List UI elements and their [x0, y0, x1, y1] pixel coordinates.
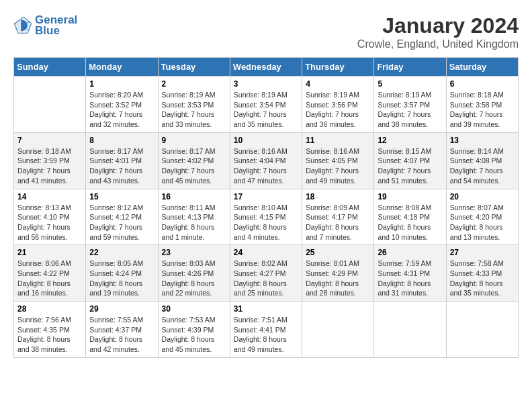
weekday-header-thursday: Thursday [302, 58, 374, 77]
day-number: 12 [378, 136, 442, 145]
calendar-cell: 1Sunrise: 8:20 AMSunset: 3:52 PMDaylight… [86, 77, 158, 133]
day-info: Sunrise: 8:13 AMSunset: 4:10 PMDaylight:… [17, 203, 82, 242]
calendar-cell [14, 77, 86, 133]
day-number: 26 [378, 248, 442, 257]
calendar-cell: 14Sunrise: 8:13 AMSunset: 4:10 PMDayligh… [14, 189, 86, 245]
day-info: Sunrise: 8:11 AMSunset: 4:13 PMDaylight:… [162, 203, 226, 242]
calendar-cell: 6Sunrise: 8:18 AMSunset: 3:58 PMDaylight… [446, 77, 518, 133]
day-info: Sunrise: 7:51 AMSunset: 4:41 PMDaylight:… [234, 315, 298, 355]
day-info: Sunrise: 8:16 AMSunset: 4:04 PMDaylight:… [234, 146, 298, 186]
calendar-cell [302, 302, 374, 358]
day-info: Sunrise: 8:17 AMSunset: 4:02 PMDaylight:… [162, 146, 226, 186]
calendar-cell: 2Sunrise: 8:19 AMSunset: 3:53 PMDaylight… [158, 77, 230, 133]
day-info: Sunrise: 8:02 AMSunset: 4:27 PMDaylight:… [234, 259, 298, 298]
day-number: 15 [89, 192, 154, 201]
calendar-week-5: 28Sunrise: 7:56 AMSunset: 4:35 PMDayligh… [14, 302, 519, 358]
calendar-cell: 20Sunrise: 8:07 AMSunset: 4:20 PMDayligh… [446, 189, 518, 245]
day-number: 28 [17, 304, 82, 314]
logo: General Blue [13, 13, 77, 38]
weekday-header-row: SundayMondayTuesdayWednesdayThursdayFrid… [14, 58, 519, 77]
calendar-cell: 24Sunrise: 8:02 AMSunset: 4:27 PMDayligh… [230, 245, 302, 302]
calendar-week-2: 7Sunrise: 8:18 AMSunset: 3:59 PMDaylight… [14, 132, 519, 189]
calendar-cell: 29Sunrise: 7:55 AMSunset: 4:37 PMDayligh… [86, 302, 158, 358]
day-number: 2 [162, 79, 226, 89]
day-info: Sunrise: 8:05 AMSunset: 4:24 PMDaylight:… [89, 259, 154, 298]
weekday-header-sunday: Sunday [14, 58, 86, 77]
day-number: 30 [162, 304, 226, 314]
day-info: Sunrise: 8:12 AMSunset: 4:12 PMDaylight:… [89, 203, 154, 242]
day-info: Sunrise: 8:15 AMSunset: 4:07 PMDaylight:… [378, 146, 442, 186]
day-number: 3 [234, 79, 298, 89]
calendar-cell: 7Sunrise: 8:18 AMSunset: 3:59 PMDaylight… [14, 132, 86, 189]
day-info: Sunrise: 8:06 AMSunset: 4:22 PMDaylight:… [17, 259, 82, 298]
page-header: General Blue January 2024 Crowle, Englan… [13, 13, 519, 50]
day-number: 6 [450, 79, 515, 89]
day-info: Sunrise: 8:17 AMSunset: 4:01 PMDaylight:… [89, 146, 154, 186]
calendar-cell: 25Sunrise: 8:01 AMSunset: 4:29 PMDayligh… [302, 245, 374, 302]
calendar-cell: 21Sunrise: 8:06 AMSunset: 4:22 PMDayligh… [14, 245, 86, 302]
day-number: 13 [450, 136, 515, 145]
day-number: 14 [17, 192, 82, 201]
calendar-week-1: 1Sunrise: 8:20 AMSunset: 3:52 PMDaylight… [14, 77, 519, 133]
day-info: Sunrise: 7:59 AMSunset: 4:31 PMDaylight:… [378, 259, 442, 298]
calendar-cell: 11Sunrise: 8:16 AMSunset: 4:05 PMDayligh… [302, 132, 374, 189]
logo-text: General Blue [35, 13, 77, 38]
weekday-header-tuesday: Tuesday [158, 58, 230, 77]
day-info: Sunrise: 8:08 AMSunset: 4:18 PMDaylight:… [378, 203, 442, 242]
day-number: 11 [306, 136, 370, 145]
day-info: Sunrise: 8:20 AMSunset: 3:52 PMDaylight:… [89, 90, 154, 130]
day-number: 1 [89, 79, 154, 89]
day-info: Sunrise: 7:56 AMSunset: 4:35 PMDaylight:… [17, 315, 82, 355]
calendar-cell: 27Sunrise: 7:58 AMSunset: 4:33 PMDayligh… [446, 245, 518, 302]
day-number: 19 [378, 192, 442, 201]
weekday-header-wednesday: Wednesday [230, 58, 302, 77]
day-number: 4 [306, 79, 370, 89]
day-info: Sunrise: 7:53 AMSunset: 4:39 PMDaylight:… [162, 315, 226, 355]
day-number: 7 [17, 136, 82, 145]
day-number: 10 [234, 136, 298, 145]
day-info: Sunrise: 8:19 AMSunset: 3:54 PMDaylight:… [234, 90, 298, 130]
calendar-cell: 13Sunrise: 8:14 AMSunset: 4:08 PMDayligh… [446, 132, 518, 189]
logo-icon [13, 16, 32, 35]
calendar-cell: 31Sunrise: 7:51 AMSunset: 4:41 PMDayligh… [230, 302, 302, 358]
title-block: January 2024 Crowle, England, United Kin… [357, 13, 519, 50]
day-info: Sunrise: 8:09 AMSunset: 4:17 PMDaylight:… [306, 203, 370, 242]
calendar-cell [446, 302, 518, 358]
calendar-cell: 5Sunrise: 8:19 AMSunset: 3:57 PMDaylight… [374, 77, 446, 133]
day-number: 18 [306, 192, 370, 201]
calendar-cell: 4Sunrise: 8:19 AMSunset: 3:56 PMDaylight… [302, 77, 374, 133]
weekday-header-friday: Friday [374, 58, 446, 77]
day-info: Sunrise: 8:19 AMSunset: 3:53 PMDaylight:… [162, 90, 226, 130]
calendar-week-3: 14Sunrise: 8:13 AMSunset: 4:10 PMDayligh… [14, 189, 519, 245]
day-info: Sunrise: 8:03 AMSunset: 4:26 PMDaylight:… [162, 259, 226, 298]
day-info: Sunrise: 8:18 AMSunset: 3:59 PMDaylight:… [17, 146, 82, 186]
calendar-cell [374, 302, 446, 358]
day-number: 9 [162, 136, 226, 145]
calendar-table: SundayMondayTuesdayWednesdayThursdayFrid… [13, 57, 519, 358]
day-info: Sunrise: 8:07 AMSunset: 4:20 PMDaylight:… [450, 203, 515, 242]
day-number: 22 [89, 248, 154, 257]
day-number: 21 [17, 248, 82, 257]
day-info: Sunrise: 8:16 AMSunset: 4:05 PMDaylight:… [306, 146, 370, 186]
day-number: 31 [234, 304, 298, 314]
calendar-cell: 3Sunrise: 8:19 AMSunset: 3:54 PMDaylight… [230, 77, 302, 133]
calendar-cell: 9Sunrise: 8:17 AMSunset: 4:02 PMDaylight… [158, 132, 230, 189]
day-info: Sunrise: 8:01 AMSunset: 4:29 PMDaylight:… [306, 259, 370, 298]
calendar-cell: 15Sunrise: 8:12 AMSunset: 4:12 PMDayligh… [86, 189, 158, 245]
day-number: 16 [162, 192, 226, 201]
day-number: 29 [89, 304, 154, 314]
calendar-cell: 30Sunrise: 7:53 AMSunset: 4:39 PMDayligh… [158, 302, 230, 358]
calendar-cell: 17Sunrise: 8:10 AMSunset: 4:15 PMDayligh… [230, 189, 302, 245]
subtitle: Crowle, England, United Kingdom [357, 38, 519, 50]
main-title: January 2024 [357, 13, 519, 38]
day-info: Sunrise: 7:58 AMSunset: 4:33 PMDaylight:… [450, 259, 515, 298]
calendar-cell: 23Sunrise: 8:03 AMSunset: 4:26 PMDayligh… [158, 245, 230, 302]
calendar-cell: 18Sunrise: 8:09 AMSunset: 4:17 PMDayligh… [302, 189, 374, 245]
calendar-cell: 12Sunrise: 8:15 AMSunset: 4:07 PMDayligh… [374, 132, 446, 189]
day-number: 25 [306, 248, 370, 257]
weekday-header-monday: Monday [86, 58, 158, 77]
calendar-cell: 28Sunrise: 7:56 AMSunset: 4:35 PMDayligh… [14, 302, 86, 358]
calendar-cell: 22Sunrise: 8:05 AMSunset: 4:24 PMDayligh… [86, 245, 158, 302]
calendar-cell: 10Sunrise: 8:16 AMSunset: 4:04 PMDayligh… [230, 132, 302, 189]
day-info: Sunrise: 8:19 AMSunset: 3:56 PMDaylight:… [306, 90, 370, 130]
